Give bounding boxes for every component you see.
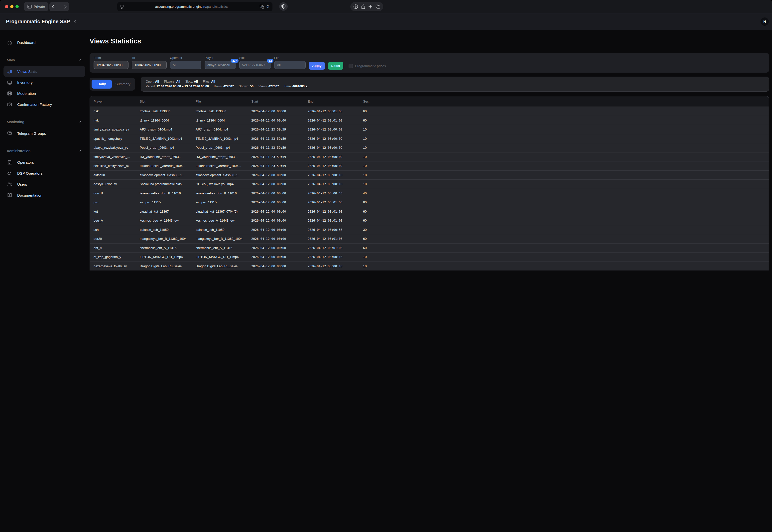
table-row[interactable]: don_Bles-naturelles_don_B_11016les-natur…: [90, 189, 386, 198]
cell-end: 2026-04-12 00:00:40: [304, 191, 359, 195]
sidebar-item-dsp-operators[interactable]: DSP Operators: [3, 168, 85, 179]
sidebar-item-operators[interactable]: Operators: [3, 157, 85, 168]
summary-stat-label: Views:: [258, 85, 268, 88]
operator-input[interactable]: [170, 61, 201, 69]
downloads-icon[interactable]: [353, 4, 358, 9]
reload-icon[interactable]: ⟳: [266, 5, 270, 8]
cell-player: nazarbayeva_tolebi_sv: [90, 264, 136, 266]
cell-sec: 10: [359, 155, 386, 159]
cell-slot: atlasdevelopment_ektsh30_1...: [136, 173, 192, 177]
to-input[interactable]: [132, 61, 167, 69]
address-bar[interactable]: accounting.programmatic-engine.ru/panel/…: [117, 2, 272, 11]
cell-slot: Pepsi_старт_0603.mp4: [136, 146, 192, 149]
table-row[interactable]: beg_Akosmos_beg_A_11443newkosmos_beg_A_1…: [90, 216, 386, 225]
sidebar-item-label: Inventory: [17, 80, 33, 85]
sidebar-collapse-button[interactable]: [74, 19, 77, 24]
cell-player: ber20: [90, 237, 136, 241]
table-row[interactable]: timiryazeva_auezova_yvАРУ_старт_0104.mp4…: [90, 125, 386, 134]
chevron-up-icon[interactable]: [79, 120, 82, 124]
table-row[interactable]: af_zap_gagarina_yLIPTON_MANGO_RU_1.mp4LI…: [90, 252, 386, 262]
cell-player: sch: [90, 228, 136, 232]
slot-count-badge: 12: [267, 59, 273, 63]
sidebar-item-inventory[interactable]: Inventory: [3, 77, 85, 88]
cell-start: 2026-04-12 00:00:00: [248, 264, 304, 266]
table-row[interactable]: abaya_rozybakiyeva_yvPepsi_старт_0603.mp…: [90, 143, 386, 152]
sidebar-section-monitoring[interactable]: Monitoring: [3, 119, 85, 124]
private-browsing-badge[interactable]: Private: [24, 2, 48, 11]
tab-list-icon[interactable]: [120, 5, 124, 9]
cell-file: gigachat_kut_11367_0704(5): [192, 210, 248, 213]
table-row[interactable]: dostyk_luxor_svSocial: no programmatic b…: [90, 179, 386, 189]
tab-summary[interactable]: Summary: [113, 80, 133, 89]
stats-table: PlayerSlotFileStartEndSec. nsktmobile _n…: [90, 96, 386, 266]
cell-start: 2026-04-12 00:00:00: [248, 182, 304, 186]
chevron-up-icon[interactable]: [79, 149, 82, 152]
close-button[interactable]: [5, 5, 8, 8]
cell-file: Pepsi_старт_0603.mp4: [192, 146, 248, 149]
cell-end: 2026-04-12 00:00:09: [304, 146, 359, 149]
sidebar-item-documentation[interactable]: Documentation: [3, 190, 85, 201]
column-header-player: Player: [90, 100, 136, 103]
cell-slot: balance_sch_11050: [136, 228, 192, 232]
summary-stat-value: 50: [250, 85, 254, 88]
cell-start: 2026-04-12 00:00:00: [248, 119, 304, 122]
sidebar-item-dashboard[interactable]: Dashboard: [3, 37, 85, 48]
table-row[interactable]: nvkt2_nvk_11364_0604t2_nvk_11364_0604202…: [90, 116, 386, 125]
cell-file: atlasdevelopment_ektsh30_1...: [192, 173, 248, 177]
table-row[interactable]: ent_Asbermobile_ent_A_11316sbermobile_en…: [90, 243, 386, 253]
new-tab-icon[interactable]: [368, 4, 373, 9]
table-row[interactable]: kutgigachat_kut_11367gigachat_kut_11367_…: [90, 207, 386, 216]
cell-end: 2026-04-12 00:01:00: [304, 109, 359, 113]
summary-stat-value: All: [194, 80, 198, 83]
sidebar-section-administration[interactable]: Administration: [3, 148, 85, 153]
slot-input[interactable]: [239, 61, 271, 69]
building-icon: [7, 160, 12, 165]
apply-button[interactable]: Apply: [309, 62, 325, 70]
browser-chrome: Private accounting.programmatic-engine.r…: [0, 0, 386, 13]
sidebar-item-views-stats[interactable]: Views Stats: [3, 66, 85, 77]
minimize-button[interactable]: [10, 5, 13, 8]
cell-slot: gigachat_kut_11367: [136, 210, 192, 213]
users-icon: [7, 182, 12, 187]
sidebar-item-label: Users: [17, 182, 27, 186]
sidebar-item-telegram-groups[interactable]: Telegram Groups: [3, 128, 85, 139]
cell-player: af_zap_gagarina_y: [90, 255, 136, 259]
share-icon[interactable]: [361, 4, 365, 9]
summary-stat: Oper.: All: [146, 80, 159, 84]
home-icon: [7, 40, 12, 45]
programmatic-prices-label: Programmatic prices: [355, 64, 386, 68]
sidebar-item-users[interactable]: Users: [3, 179, 85, 190]
translate-icon[interactable]: A 文: [260, 5, 264, 9]
section-label-text: Administration: [7, 149, 30, 153]
zoom-button[interactable]: [15, 5, 19, 8]
table-row[interactable]: nazarbayeva_tolebi_svDragon Digital Lab_…: [90, 262, 386, 266]
column-header-slot: Slot: [136, 100, 192, 103]
chevron-up-icon[interactable]: [79, 58, 82, 62]
from-input[interactable]: [94, 61, 129, 69]
player-field: Player 227: [205, 56, 236, 69]
programmatic-prices-checkbox[interactable]: [349, 64, 353, 68]
sidebar-section-main[interactable]: Main: [3, 57, 85, 62]
summary-stat-value: All: [176, 80, 180, 83]
table-row[interactable]: schbalance_sch_11050balance_sch_11050202…: [90, 225, 386, 234]
back-button[interactable]: [52, 5, 54, 9]
table-row[interactable]: timiryazeva_vesnovka_...I'M_усиление_ста…: [90, 152, 386, 161]
forward-button[interactable]: [64, 5, 67, 9]
tab-daily[interactable]: Daily: [92, 80, 112, 89]
table-row[interactable]: ber20mangazeya_ber_B_11362_1004mangazeya…: [90, 234, 386, 243]
shield-button[interactable]: [279, 2, 288, 11]
sidebar-item-moderation[interactable]: Moderation: [3, 88, 85, 99]
table-row[interactable]: ektsh30atlasdevelopment_ektsh30_1...atla…: [90, 170, 386, 180]
section-label-text: Monitoring: [7, 120, 24, 124]
table-row[interactable]: seifullina_timiryazeva_szШкола Шокан_Зам…: [90, 161, 386, 170]
tab-overview-icon[interactable]: [376, 4, 380, 9]
table-row[interactable]: prozic_pro_11315zic_pro_113152026-04-12 …: [90, 198, 386, 207]
excel-button[interactable]: Excel: [328, 62, 343, 70]
to-label: To: [132, 56, 167, 60]
cell-sec: 10: [359, 164, 386, 168]
table-row[interactable]: nsktmobile _nsk_11303ntmobile _nsk_11303…: [90, 107, 386, 116]
table-row[interactable]: sputnik_momyshulyTELE 2_ЗАМЕНА_1003.mp4T…: [90, 134, 386, 143]
sidebar-item-confirmation-factory[interactable]: Confirmation Factory: [3, 99, 85, 110]
cell-file: Школа Шокан_Замена_1004...: [192, 164, 248, 168]
file-input[interactable]: [274, 61, 306, 69]
